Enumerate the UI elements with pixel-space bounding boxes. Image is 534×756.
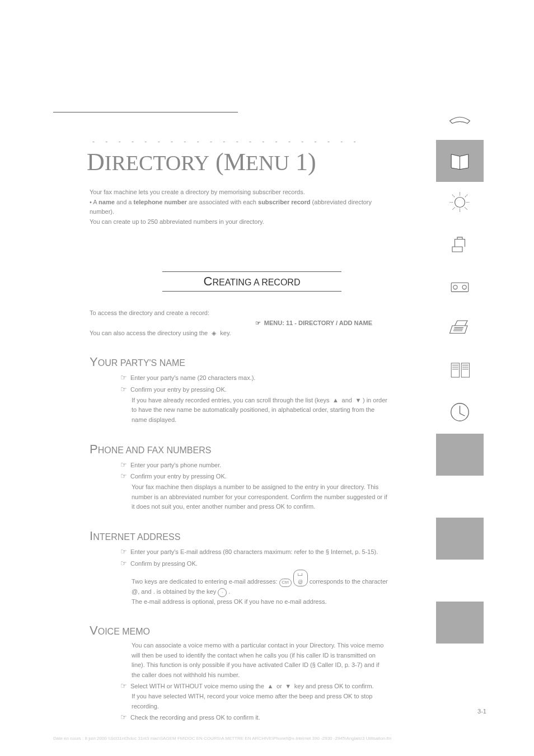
sidebar-blank-4 bbox=[436, 560, 484, 602]
vm-line1: ☞Select WITH or WITHOUT voice memo using… bbox=[120, 680, 389, 692]
vm-para2: If you have selected WITH, record your v… bbox=[132, 692, 389, 711]
pointer-icon: ☞ bbox=[120, 547, 127, 556]
sidebar-blank-3 bbox=[436, 518, 484, 560]
intro-line3: You can create up to 250 abbreviated num… bbox=[90, 217, 389, 227]
vm-line2: ☞Check the recording and press OK to con… bbox=[120, 712, 389, 724]
intro-2a: • A bbox=[90, 199, 99, 205]
creating-record-heading: CREATING A RECORD bbox=[162, 271, 341, 292]
pn-note: If you have already recorded entries, yo… bbox=[132, 396, 389, 425]
pf-3: FAX bbox=[144, 445, 164, 455]
access-text: To access the directory and create a rec… bbox=[90, 308, 389, 318]
vm-1: OICE bbox=[98, 627, 120, 636]
pn-line1: ☞Enter your party's name (20 characters … bbox=[120, 372, 389, 384]
pn-2: PARTY bbox=[118, 358, 149, 368]
pn-1: OUR bbox=[98, 358, 118, 368]
down-arrow-icon: ▼ bbox=[354, 396, 363, 406]
in-line1-text: Enter your party's E-mail address (80 ch… bbox=[130, 548, 378, 555]
heading-rest2: A RECORD bbox=[251, 278, 300, 287]
vm-cap: V bbox=[90, 623, 98, 637]
in-line1: ☞Enter your party's E-mail address (80 c… bbox=[120, 546, 389, 558]
at-key-icon: ⌴ @ bbox=[293, 570, 308, 587]
svg-point-2 bbox=[453, 285, 457, 289]
pn-4: NAME bbox=[157, 358, 185, 368]
intro-2d: telephone number bbox=[133, 199, 186, 205]
footer-text: Date en cours : 8 juin 2000 \\Sct31nt3\d… bbox=[53, 736, 391, 741]
vm-2: MEMO bbox=[120, 627, 150, 636]
intro-2b: name bbox=[99, 199, 115, 205]
sidebar-safety bbox=[436, 392, 484, 434]
svg-point-3 bbox=[462, 285, 466, 289]
sidebar-tabs bbox=[436, 98, 484, 644]
svg-rect-1 bbox=[451, 283, 469, 292]
pf-line1-text: Enter your party's phone number. bbox=[130, 462, 221, 468]
pointer-icon: ☞ bbox=[120, 373, 127, 382]
sidebar-phone bbox=[436, 98, 484, 140]
voice-memo-heading: VOICE MEMO bbox=[90, 623, 389, 638]
ctrl-key-icon: Ctrl bbox=[279, 579, 292, 587]
pf-para: Your fax machine then displays a number … bbox=[132, 482, 389, 512]
pn-cap: Y bbox=[90, 355, 98, 369]
settings-icon bbox=[447, 190, 472, 217]
sidebar-tad bbox=[436, 266, 484, 308]
main-title: DIRECTORY (MENU 1) bbox=[87, 148, 389, 176]
print-icon bbox=[447, 316, 472, 342]
menu-path: ☞ MENU: 11 - DIRECTORY / ADD NAME bbox=[90, 318, 372, 328]
heading-rest: REATING bbox=[212, 278, 251, 287]
sidebar-blank-1 bbox=[436, 434, 484, 476]
up-arrow-icon: ▲ bbox=[266, 682, 275, 692]
in-line2-text: Confirm by pressing OK. bbox=[130, 560, 198, 567]
safety-icon bbox=[447, 400, 472, 426]
title-part1: IRECTORY bbox=[105, 151, 209, 175]
tad-icon bbox=[447, 274, 472, 300]
heading-cap: C bbox=[204, 274, 213, 288]
sidebar-blank-5 bbox=[436, 602, 484, 644]
phone-icon bbox=[447, 106, 472, 133]
options-icon bbox=[447, 358, 472, 384]
sidebar-blank-2 bbox=[436, 476, 484, 518]
page-container: - - - - - - - - - - - - - - - - - - - - … bbox=[0, 0, 534, 756]
pf-1: HONE bbox=[98, 445, 124, 455]
intro-line1: Your fax machine lets you create a direc… bbox=[90, 187, 389, 198]
pn-3: 'S bbox=[149, 358, 157, 368]
fax-icon bbox=[447, 232, 472, 259]
title-part3: ENU bbox=[246, 151, 289, 175]
pf-line1: ☞Enter your party's phone number. bbox=[120, 459, 389, 471]
pointer-icon: ☞ bbox=[254, 318, 263, 328]
in-2: ADDRESS bbox=[135, 532, 180, 542]
dot-key-icon: · bbox=[218, 588, 227, 597]
creating-record-heading-wrap: CREATING A RECORD bbox=[162, 271, 341, 292]
intro-2f: subscriber record bbox=[258, 199, 311, 205]
content-area: - - - - - - - - - - - - - - - - - - - - … bbox=[53, 112, 389, 723]
pf-2: AND bbox=[124, 445, 144, 455]
in-para3: The e-mail address is optional, press OK… bbox=[132, 597, 389, 607]
title-cap-end: 1) bbox=[289, 148, 316, 176]
in-line2: ☞Confirm by pressing OK. bbox=[120, 558, 389, 570]
pn-line2: ☞Confirm your entry by pressing OK. bbox=[120, 384, 389, 396]
sidebar-settings bbox=[436, 182, 484, 224]
phone-fax-heading: PHONE AND FAX NUMBERS bbox=[90, 442, 389, 457]
in-1: NTERNET bbox=[93, 532, 135, 542]
pf-line2: ☞Confirm your entry by pressing OK. bbox=[120, 471, 389, 482]
pn-line2-text: Confirm your entry by pressing OK. bbox=[130, 386, 227, 393]
pn-line1-text: Enter your party's name (20 characters m… bbox=[130, 374, 255, 381]
pointer-icon: ☞ bbox=[120, 472, 127, 480]
svg-point-0 bbox=[455, 197, 465, 207]
sidebar-print bbox=[436, 308, 484, 350]
title-cap-m: (M bbox=[209, 148, 246, 176]
pointer-icon: ☞ bbox=[120, 713, 127, 721]
internet-heading: INTERNET ADDRESS bbox=[90, 529, 389, 543]
up-arrow-icon: ▲ bbox=[331, 396, 340, 406]
page-number: 3-1 bbox=[477, 708, 486, 715]
menu-path-text: MENU: 11 - DIRECTORY / ADD NAME bbox=[264, 320, 372, 326]
pointer-icon: ☞ bbox=[120, 682, 127, 690]
intro-2c: and a bbox=[115, 199, 134, 205]
pointer-icon: ☞ bbox=[120, 559, 127, 567]
vm-line2-text: Check the recording and press OK to conf… bbox=[130, 714, 260, 721]
sidebar-options bbox=[436, 350, 484, 392]
pf-line2-text: Confirm your entry by pressing OK. bbox=[130, 473, 227, 480]
dashed-line: - - - - - - - - - - - - - - - - - - - - … bbox=[92, 138, 389, 145]
intro-2e: are associated with each bbox=[187, 199, 258, 205]
in-para1: Two keys are dedicated to entering e-mai… bbox=[132, 570, 389, 597]
pointer-icon: ☞ bbox=[120, 461, 127, 469]
vm-para1: You can associate a voice memo with a pa… bbox=[132, 641, 389, 680]
